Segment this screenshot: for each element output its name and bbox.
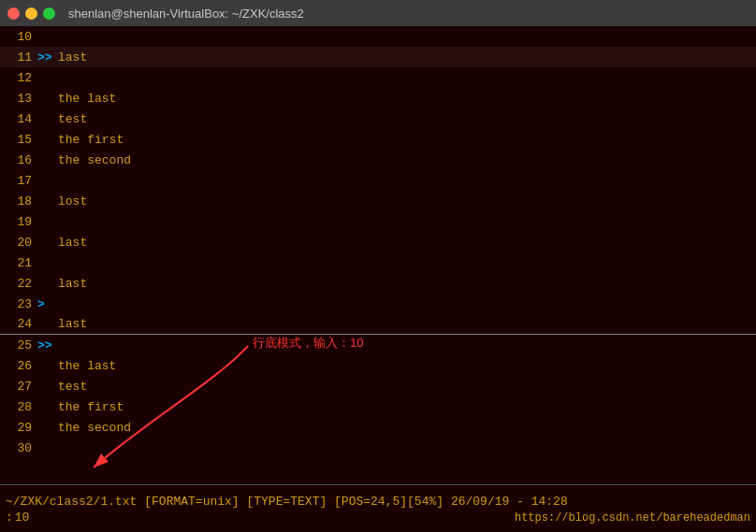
line-number: 24	[0, 317, 37, 331]
line-number: 12	[0, 71, 37, 85]
line-number: 21	[0, 256, 37, 270]
editor-line: 21	[0, 252, 756, 273]
line-content: test	[54, 380, 87, 394]
line-number: 16	[0, 153, 37, 167]
minimize-button[interactable]	[25, 7, 37, 20]
line-marker: >	[37, 297, 54, 311]
statusbar-link: https://blog.csdn.net/bareheadedman	[515, 511, 750, 525]
line-number: 28	[0, 400, 37, 414]
line-number: 14	[0, 112, 37, 126]
command-prefix: :	[6, 510, 13, 525]
editor-line: 12	[0, 67, 756, 88]
statusbar-info: ~/ZXK/class2/1.txt [FORMAT=unix] [TYPE=T…	[0, 493, 756, 510]
line-content: the last	[54, 92, 116, 106]
editor-line: 11>>last	[0, 47, 756, 67]
line-number: 25	[0, 338, 37, 352]
editor-line: 14test	[0, 108, 756, 129]
line-content: the first	[54, 133, 124, 147]
maximize-button[interactable]	[43, 7, 55, 20]
close-button[interactable]	[7, 7, 20, 20]
line-number: 11	[0, 50, 37, 65]
line-content: the first	[54, 400, 124, 414]
line-number: 23	[0, 297, 37, 311]
editor-line: 25>>	[0, 335, 756, 355]
line-content: lost	[54, 194, 87, 208]
editor-line: 24last	[0, 314, 756, 335]
editor-line: 29the second	[0, 417, 756, 438]
line-marker: >>	[37, 338, 54, 352]
statusbar-bottom: : https://blog.csdn.net/bareheadedman	[0, 510, 756, 525]
line-content: last	[54, 317, 87, 331]
editor-line: 13the last	[0, 88, 756, 108]
line-number: 19	[0, 215, 37, 229]
editor-line: 27test	[0, 376, 756, 396]
editor-line: 18lost	[0, 191, 756, 211]
line-marker: >>	[37, 50, 54, 65]
line-number: 15	[0, 133, 37, 147]
line-content: the second	[54, 153, 131, 167]
editor-line: 10	[0, 26, 756, 47]
line-number: 29	[0, 421, 37, 435]
line-number: 20	[0, 236, 37, 250]
editor-line: 28the first	[0, 396, 756, 417]
line-number: 22	[0, 277, 37, 291]
line-number: 17	[0, 174, 37, 188]
line-number: 18	[0, 194, 37, 208]
statusbar: ~/ZXK/class2/1.txt [FORMAT=unix] [TYPE=T…	[0, 484, 756, 532]
editor-line: 20last	[0, 232, 756, 252]
line-number: 30	[0, 441, 37, 455]
line-content: the second	[54, 421, 131, 435]
titlebar: shenlan@shenlan-VirtualBox: ~/ZXK/class2	[0, 0, 756, 26]
line-content: last	[54, 277, 87, 291]
editor-line: 22last	[0, 273, 756, 294]
command-input[interactable]	[15, 510, 52, 525]
line-content: the last	[54, 359, 116, 373]
line-content: test	[54, 112, 87, 126]
line-number: 26	[0, 359, 37, 373]
editor-line: 19	[0, 211, 756, 232]
editor-area: 1011>>last1213the last14test15the first1…	[0, 26, 756, 484]
command-input-area[interactable]: :	[6, 510, 52, 525]
editor-line: 16the second	[0, 150, 756, 170]
window-title: shenlan@shenlan-VirtualBox: ~/ZXK/class2	[68, 7, 304, 21]
editor-line: 26the last	[0, 355, 756, 376]
line-number: 10	[0, 30, 37, 44]
line-content: last	[54, 236, 87, 250]
line-number: 27	[0, 380, 37, 394]
editor-line: 17	[0, 170, 756, 191]
line-content: last	[54, 50, 87, 65]
line-number: 13	[0, 92, 37, 106]
editor-line: 23>	[0, 294, 756, 314]
editor-line: 15the first	[0, 129, 756, 150]
editor-line: 30	[0, 438, 756, 458]
